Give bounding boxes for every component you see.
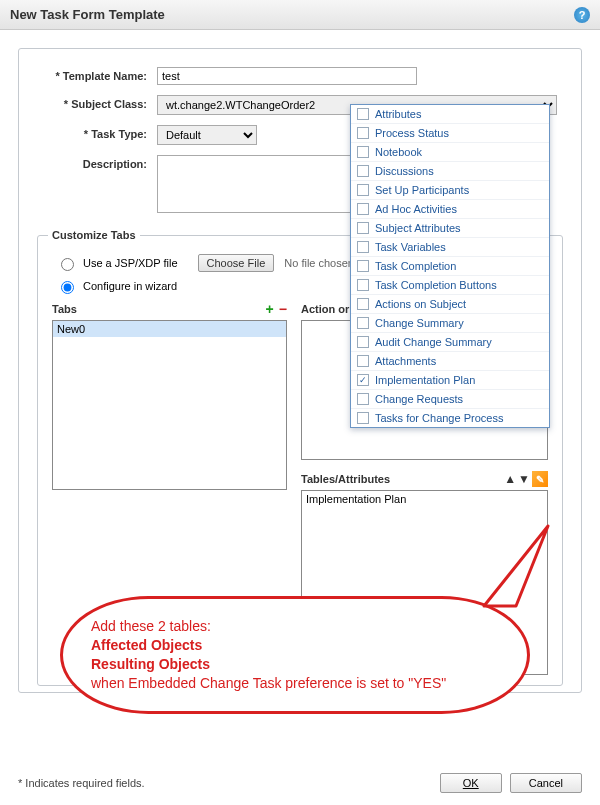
dropdown-item-label: Change Requests (375, 393, 463, 405)
checkbox-icon[interactable] (357, 336, 369, 348)
checkbox-icon[interactable] (357, 146, 369, 158)
checkbox-icon[interactable] (357, 127, 369, 139)
add-tab-icon[interactable]: + (266, 301, 274, 317)
checkbox-icon[interactable] (357, 260, 369, 272)
checkbox-icon[interactable] (357, 279, 369, 291)
dropdown-item[interactable]: Actions on Subject (351, 295, 549, 314)
dropdown-item-label: Task Completion Buttons (375, 279, 497, 291)
task-type-select[interactable]: Default (157, 125, 257, 145)
dropdown-item-label: Tasks for Change Process (375, 412, 503, 424)
dropdown-item[interactable]: Ad Hoc Activities (351, 200, 549, 219)
dropdown-item[interactable]: Task Completion Buttons (351, 276, 549, 295)
description-label: Description: (37, 155, 157, 170)
tabs-listbox[interactable]: New0 (52, 320, 287, 490)
tables-dropdown[interactable]: AttributesProcess StatusNotebookDiscussi… (350, 104, 550, 428)
dropdown-item[interactable]: Attributes (351, 105, 549, 124)
checkbox-icon[interactable] (357, 241, 369, 253)
dropdown-item[interactable]: Task Completion (351, 257, 549, 276)
move-down-icon[interactable]: ▼ (518, 472, 532, 486)
ok-button[interactable]: OK (440, 773, 502, 793)
configure-wizard-radio[interactable] (61, 281, 74, 294)
checkbox-icon[interactable]: ✓ (357, 374, 369, 386)
list-item[interactable]: Implementation Plan (302, 491, 547, 507)
cancel-button[interactable]: Cancel (510, 773, 582, 793)
dropdown-item[interactable]: Attachments (351, 352, 549, 371)
titlebar: New Task Form Template ? (0, 0, 600, 30)
dropdown-item-label: Task Variables (375, 241, 446, 253)
bubble-tail (460, 520, 580, 640)
dropdown-item[interactable]: Notebook (351, 143, 549, 162)
dropdown-item[interactable]: Change Requests (351, 390, 549, 409)
checkbox-icon[interactable] (357, 222, 369, 234)
checkbox-icon[interactable] (357, 165, 369, 177)
use-jsp-radio[interactable] (61, 258, 74, 271)
dropdown-item-label: Implementation Plan (375, 374, 475, 386)
use-jsp-label: Use a JSP/XDP file (83, 257, 178, 269)
remove-tab-icon[interactable]: − (279, 301, 287, 317)
checkbox-icon[interactable] (357, 298, 369, 310)
tables-header: Tables/Attributes (301, 473, 390, 485)
bubble-line2: Affected Objects (91, 636, 499, 655)
no-file-text: No file chosen (284, 257, 354, 269)
checkbox-icon[interactable] (357, 203, 369, 215)
dropdown-item[interactable]: Subject Attributes (351, 219, 549, 238)
dropdown-item[interactable]: Task Variables (351, 238, 549, 257)
template-name-label: * Template Name: (37, 67, 157, 82)
dropdown-item-label: Set Up Participants (375, 184, 469, 196)
dropdown-item-label: Audit Change Summary (375, 336, 492, 348)
dropdown-item-label: Actions on Subject (375, 298, 466, 310)
customize-tabs-legend: Customize Tabs (48, 229, 140, 241)
checkbox-icon[interactable] (357, 355, 369, 367)
checkbox-icon[interactable] (357, 412, 369, 424)
required-fields-note: * Indicates required fields. (18, 777, 145, 789)
dropdown-item-label: Notebook (375, 146, 422, 158)
bubble-line4: when Embedded Change Task preference is … (91, 674, 499, 693)
tabs-header: Tabs (52, 303, 77, 315)
dropdown-item-label: Process Status (375, 127, 449, 139)
dropdown-item-label: Discussions (375, 165, 434, 177)
bubble-line1: Add these 2 tables: (91, 617, 499, 636)
checkbox-icon[interactable] (357, 184, 369, 196)
dropdown-item[interactable]: Discussions (351, 162, 549, 181)
dropdown-item-label: Task Completion (375, 260, 456, 272)
action-header: Action or (301, 303, 349, 315)
dropdown-item-label: Ad Hoc Activities (375, 203, 457, 215)
dropdown-item[interactable]: Process Status (351, 124, 549, 143)
dialog-title: New Task Form Template (10, 7, 165, 22)
help-icon[interactable]: ? (574, 7, 590, 23)
dropdown-item-label: Attributes (375, 108, 421, 120)
dropdown-item[interactable]: Change Summary (351, 314, 549, 333)
bubble-line3: Resulting Objects (91, 655, 499, 674)
configure-wizard-label: Configure in wizard (83, 280, 177, 292)
dropdown-item-label: Change Summary (375, 317, 464, 329)
checkbox-icon[interactable] (357, 317, 369, 329)
dropdown-item-label: Attachments (375, 355, 436, 367)
dropdown-item[interactable]: ✓Implementation Plan (351, 371, 549, 390)
dropdown-item[interactable]: Tasks for Change Process (351, 409, 549, 427)
subject-class-label: * Subject Class: (37, 95, 157, 110)
dropdown-item[interactable]: Set Up Participants (351, 181, 549, 200)
move-up-icon[interactable]: ▲ (504, 472, 518, 486)
description-textarea[interactable] (157, 155, 357, 213)
checkbox-icon[interactable] (357, 108, 369, 120)
task-type-label: * Task Type: (37, 125, 157, 140)
template-name-input[interactable] (157, 67, 417, 85)
choose-file-button[interactable]: Choose File (198, 254, 275, 272)
dropdown-item[interactable]: Audit Change Summary (351, 333, 549, 352)
button-bar: OK Cancel (440, 773, 582, 793)
list-item[interactable]: New0 (53, 321, 286, 337)
checkbox-icon[interactable] (357, 393, 369, 405)
dropdown-item-label: Subject Attributes (375, 222, 461, 234)
edit-tables-icon[interactable]: ✎ (532, 471, 548, 487)
